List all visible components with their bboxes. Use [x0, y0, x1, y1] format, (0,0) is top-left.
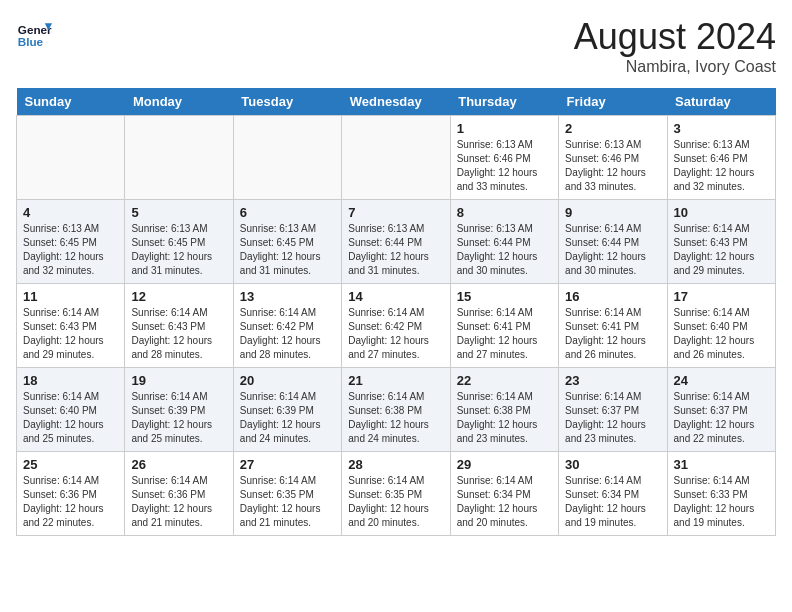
day-number: 12 — [131, 289, 226, 304]
day-info: Sunrise: 6:14 AM Sunset: 6:37 PM Dayligh… — [565, 390, 660, 446]
day-info: Sunrise: 6:14 AM Sunset: 6:40 PM Dayligh… — [23, 390, 118, 446]
day-number: 29 — [457, 457, 552, 472]
calendar-cell: 7Sunrise: 6:13 AM Sunset: 6:44 PM Daylig… — [342, 200, 450, 284]
calendar-cell: 17Sunrise: 6:14 AM Sunset: 6:40 PM Dayli… — [667, 284, 775, 368]
day-header-tuesday: Tuesday — [233, 88, 341, 116]
calendar-week-1: 1Sunrise: 6:13 AM Sunset: 6:46 PM Daylig… — [17, 116, 776, 200]
calendar-cell: 11Sunrise: 6:14 AM Sunset: 6:43 PM Dayli… — [17, 284, 125, 368]
day-info: Sunrise: 6:13 AM Sunset: 6:45 PM Dayligh… — [23, 222, 118, 278]
day-info: Sunrise: 6:14 AM Sunset: 6:33 PM Dayligh… — [674, 474, 769, 530]
calendar-cell: 2Sunrise: 6:13 AM Sunset: 6:46 PM Daylig… — [559, 116, 667, 200]
day-info: Sunrise: 6:14 AM Sunset: 6:38 PM Dayligh… — [348, 390, 443, 446]
day-info: Sunrise: 6:14 AM Sunset: 6:36 PM Dayligh… — [23, 474, 118, 530]
title-area: August 2024 Nambira, Ivory Coast — [574, 16, 776, 76]
calendar-cell: 10Sunrise: 6:14 AM Sunset: 6:43 PM Dayli… — [667, 200, 775, 284]
day-info: Sunrise: 6:13 AM Sunset: 6:44 PM Dayligh… — [457, 222, 552, 278]
day-info: Sunrise: 6:14 AM Sunset: 6:39 PM Dayligh… — [240, 390, 335, 446]
day-info: Sunrise: 6:14 AM Sunset: 6:36 PM Dayligh… — [131, 474, 226, 530]
day-number: 15 — [457, 289, 552, 304]
day-number: 1 — [457, 121, 552, 136]
calendar-cell: 12Sunrise: 6:14 AM Sunset: 6:43 PM Dayli… — [125, 284, 233, 368]
calendar-week-4: 18Sunrise: 6:14 AM Sunset: 6:40 PM Dayli… — [17, 368, 776, 452]
calendar-cell: 9Sunrise: 6:14 AM Sunset: 6:44 PM Daylig… — [559, 200, 667, 284]
day-number: 13 — [240, 289, 335, 304]
day-number: 11 — [23, 289, 118, 304]
day-info: Sunrise: 6:13 AM Sunset: 6:44 PM Dayligh… — [348, 222, 443, 278]
calendar-cell: 15Sunrise: 6:14 AM Sunset: 6:41 PM Dayli… — [450, 284, 558, 368]
day-info: Sunrise: 6:14 AM Sunset: 6:43 PM Dayligh… — [23, 306, 118, 362]
day-number: 24 — [674, 373, 769, 388]
calendar-week-3: 11Sunrise: 6:14 AM Sunset: 6:43 PM Dayli… — [17, 284, 776, 368]
calendar-cell: 20Sunrise: 6:14 AM Sunset: 6:39 PM Dayli… — [233, 368, 341, 452]
day-info: Sunrise: 6:14 AM Sunset: 6:43 PM Dayligh… — [131, 306, 226, 362]
calendar-cell: 18Sunrise: 6:14 AM Sunset: 6:40 PM Dayli… — [17, 368, 125, 452]
day-number: 30 — [565, 457, 660, 472]
day-info: Sunrise: 6:14 AM Sunset: 6:35 PM Dayligh… — [240, 474, 335, 530]
day-number: 26 — [131, 457, 226, 472]
day-info: Sunrise: 6:13 AM Sunset: 6:46 PM Dayligh… — [674, 138, 769, 194]
day-header-monday: Monday — [125, 88, 233, 116]
calendar-cell — [233, 116, 341, 200]
day-header-sunday: Sunday — [17, 88, 125, 116]
calendar-cell: 8Sunrise: 6:13 AM Sunset: 6:44 PM Daylig… — [450, 200, 558, 284]
day-info: Sunrise: 6:14 AM Sunset: 6:38 PM Dayligh… — [457, 390, 552, 446]
calendar-cell: 23Sunrise: 6:14 AM Sunset: 6:37 PM Dayli… — [559, 368, 667, 452]
calendar-cell: 13Sunrise: 6:14 AM Sunset: 6:42 PM Dayli… — [233, 284, 341, 368]
day-info: Sunrise: 6:14 AM Sunset: 6:37 PM Dayligh… — [674, 390, 769, 446]
calendar-cell: 6Sunrise: 6:13 AM Sunset: 6:45 PM Daylig… — [233, 200, 341, 284]
day-header-friday: Friday — [559, 88, 667, 116]
day-header-wednesday: Wednesday — [342, 88, 450, 116]
day-info: Sunrise: 6:14 AM Sunset: 6:42 PM Dayligh… — [240, 306, 335, 362]
calendar-cell: 22Sunrise: 6:14 AM Sunset: 6:38 PM Dayli… — [450, 368, 558, 452]
day-number: 3 — [674, 121, 769, 136]
day-number: 9 — [565, 205, 660, 220]
day-info: Sunrise: 6:13 AM Sunset: 6:46 PM Dayligh… — [565, 138, 660, 194]
day-info: Sunrise: 6:14 AM Sunset: 6:39 PM Dayligh… — [131, 390, 226, 446]
calendar-cell: 3Sunrise: 6:13 AM Sunset: 6:46 PM Daylig… — [667, 116, 775, 200]
day-header-thursday: Thursday — [450, 88, 558, 116]
calendar-cell — [125, 116, 233, 200]
day-info: Sunrise: 6:14 AM Sunset: 6:40 PM Dayligh… — [674, 306, 769, 362]
logo: General Blue — [16, 16, 52, 52]
calendar-cell: 4Sunrise: 6:13 AM Sunset: 6:45 PM Daylig… — [17, 200, 125, 284]
day-info: Sunrise: 6:14 AM Sunset: 6:43 PM Dayligh… — [674, 222, 769, 278]
calendar-header-row: SundayMondayTuesdayWednesdayThursdayFrid… — [17, 88, 776, 116]
day-info: Sunrise: 6:14 AM Sunset: 6:44 PM Dayligh… — [565, 222, 660, 278]
calendar-cell: 19Sunrise: 6:14 AM Sunset: 6:39 PM Dayli… — [125, 368, 233, 452]
day-number: 2 — [565, 121, 660, 136]
day-info: Sunrise: 6:14 AM Sunset: 6:35 PM Dayligh… — [348, 474, 443, 530]
header: General Blue August 2024 Nambira, Ivory … — [16, 16, 776, 76]
day-number: 16 — [565, 289, 660, 304]
day-number: 27 — [240, 457, 335, 472]
day-number: 18 — [23, 373, 118, 388]
day-number: 23 — [565, 373, 660, 388]
location: Nambira, Ivory Coast — [574, 58, 776, 76]
calendar-cell: 21Sunrise: 6:14 AM Sunset: 6:38 PM Dayli… — [342, 368, 450, 452]
logo-icon: General Blue — [16, 16, 52, 52]
calendar-cell: 24Sunrise: 6:14 AM Sunset: 6:37 PM Dayli… — [667, 368, 775, 452]
day-number: 17 — [674, 289, 769, 304]
svg-text:Blue: Blue — [18, 35, 44, 48]
calendar-table: SundayMondayTuesdayWednesdayThursdayFrid… — [16, 88, 776, 536]
calendar-cell: 31Sunrise: 6:14 AM Sunset: 6:33 PM Dayli… — [667, 452, 775, 536]
month-title: August 2024 — [574, 16, 776, 58]
calendar-cell — [17, 116, 125, 200]
calendar-cell: 16Sunrise: 6:14 AM Sunset: 6:41 PM Dayli… — [559, 284, 667, 368]
day-number: 20 — [240, 373, 335, 388]
calendar-cell: 30Sunrise: 6:14 AM Sunset: 6:34 PM Dayli… — [559, 452, 667, 536]
day-number: 5 — [131, 205, 226, 220]
calendar-cell: 1Sunrise: 6:13 AM Sunset: 6:46 PM Daylig… — [450, 116, 558, 200]
day-info: Sunrise: 6:14 AM Sunset: 6:41 PM Dayligh… — [565, 306, 660, 362]
day-info: Sunrise: 6:14 AM Sunset: 6:34 PM Dayligh… — [457, 474, 552, 530]
day-header-saturday: Saturday — [667, 88, 775, 116]
day-number: 31 — [674, 457, 769, 472]
day-number: 28 — [348, 457, 443, 472]
day-number: 6 — [240, 205, 335, 220]
calendar-week-2: 4Sunrise: 6:13 AM Sunset: 6:45 PM Daylig… — [17, 200, 776, 284]
calendar-body: 1Sunrise: 6:13 AM Sunset: 6:46 PM Daylig… — [17, 116, 776, 536]
calendar-cell: 14Sunrise: 6:14 AM Sunset: 6:42 PM Dayli… — [342, 284, 450, 368]
calendar-week-5: 25Sunrise: 6:14 AM Sunset: 6:36 PM Dayli… — [17, 452, 776, 536]
day-number: 22 — [457, 373, 552, 388]
day-info: Sunrise: 6:13 AM Sunset: 6:46 PM Dayligh… — [457, 138, 552, 194]
day-number: 14 — [348, 289, 443, 304]
